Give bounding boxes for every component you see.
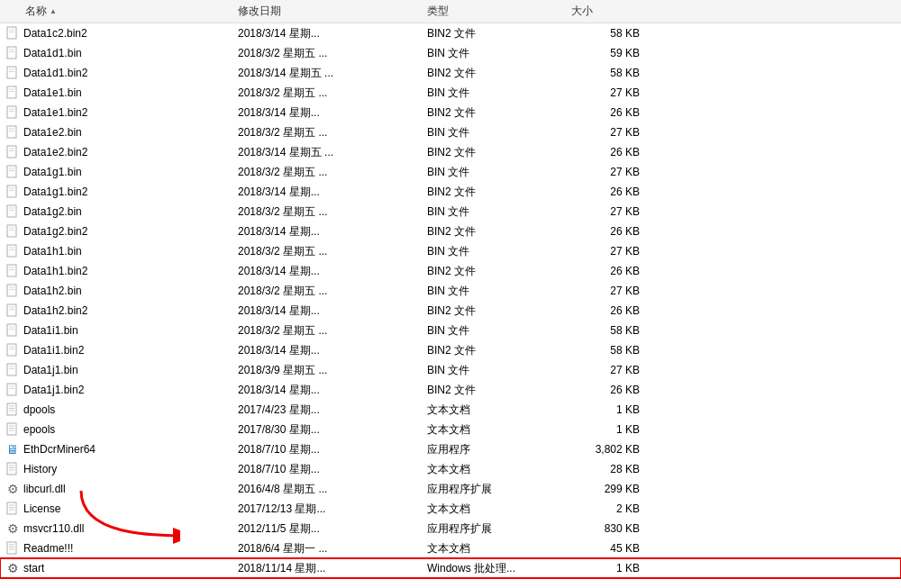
- svg-rect-36: [7, 265, 16, 276]
- file-size-cell: 1 KB: [568, 423, 658, 436]
- file-size-cell: 26 KB: [568, 225, 658, 238]
- svg-rect-30: [7, 225, 16, 237]
- file-name-text: Data1h2.bin: [23, 285, 82, 297]
- svg-rect-48: [7, 344, 16, 356]
- table-row[interactable]: dpools 2017/4/23 星期... 文本文档 1 KB: [0, 400, 901, 420]
- file-date-cell: 2018/3/14 星期...: [234, 224, 423, 240]
- file-name-text: History: [23, 463, 57, 475]
- table-row[interactable]: ⚙ msvcr110.dll 2012/11/5 星期... 应用程序扩展 83…: [0, 519, 901, 538]
- table-row[interactable]: Data1g2.bin2 2018/3/14 星期... BIN2 文件 26 …: [0, 222, 901, 241]
- table-row[interactable]: ⚙ start 2018/11/14 星期... Windows 批处理... …: [0, 558, 901, 578]
- table-row[interactable]: Data1e2.bin2 2018/3/14 星期五 ... BIN2 文件 2…: [0, 142, 901, 162]
- svg-rect-3: [7, 47, 16, 59]
- file-date-cell: 2012/11/5 星期...: [234, 521, 423, 537]
- file-date-cell: 2018/3/14 星期...: [234, 343, 423, 358]
- file-icon: [5, 66, 20, 80]
- table-row[interactable]: Data1g1.bin 2018/3/2 星期五 ... BIN 文件 27 K…: [0, 162, 901, 182]
- table-row[interactable]: Data1c2.bin2 2018/3/14 星期... BIN2 文件 58 …: [0, 23, 901, 43]
- header-col-type[interactable]: 类型: [423, 4, 568, 19]
- file-size-cell: 26 KB: [568, 384, 658, 396]
- file-type-cell: 文本文档: [423, 502, 568, 517]
- file-icon: [5, 264, 20, 278]
- table-row[interactable]: License 2017/12/13 星期... 文本文档 2 KB: [0, 499, 901, 519]
- file-type-cell: BIN2 文件: [423, 224, 568, 240]
- file-icon: [5, 185, 20, 199]
- file-date-cell: 2018/3/14 星期...: [234, 303, 423, 319]
- file-list[interactable]: Data1c2.bin2 2018/3/14 星期... BIN2 文件 58 …: [0, 23, 901, 588]
- file-name-text: Readme!!!: [23, 542, 73, 555]
- file-date-cell: 2018/3/2 星期五 ...: [234, 125, 423, 140]
- file-date-cell: 2018/3/2 星期五 ...: [234, 323, 423, 339]
- svg-rect-6: [7, 67, 16, 78]
- file-date-cell: 2017/4/23 星期...: [234, 403, 423, 418]
- file-size-cell: 45 KB: [568, 542, 658, 555]
- table-row[interactable]: Data1g2.bin 2018/3/2 星期五 ... BIN 文件 27 K…: [0, 202, 901, 222]
- table-row[interactable]: History 2018/7/10 星期... 文本文档 28 KB: [0, 459, 901, 479]
- file-name-cell: Data1e2.bin: [0, 125, 234, 140]
- file-icon-bin: [6, 264, 19, 278]
- file-type-cell: BIN 文件: [423, 204, 568, 220]
- file-icon-bin: [6, 284, 19, 298]
- file-icon: [5, 502, 20, 516]
- file-type-cell: BIN2 文件: [423, 145, 568, 160]
- file-icon-bat: ⚙: [7, 561, 19, 575]
- table-row[interactable]: Data1h2.bin2 2018/3/14 星期... BIN2 文件 26 …: [0, 301, 901, 321]
- file-size-cell: 26 KB: [568, 146, 658, 158]
- table-row[interactable]: Data1e1.bin 2018/3/2 星期五 ... BIN 文件 27 K…: [0, 83, 901, 103]
- file-icon: ⚙: [5, 561, 20, 575]
- svg-rect-51: [7, 364, 16, 375]
- file-name-cell: Data1h2.bin: [0, 284, 234, 298]
- file-icon-txt: [6, 541, 19, 556]
- file-name-cell: Data1d1.bin2: [0, 66, 234, 80]
- table-row[interactable]: Data1i1.bin2 2018/3/14 星期... BIN2 文件 58 …: [0, 340, 901, 360]
- table-row[interactable]: Data1e2.bin 2018/3/2 星期五 ... BIN 文件 27 K…: [0, 122, 901, 142]
- table-row[interactable]: Data1i1.bin 2018/3/2 星期五 ... BIN 文件 58 K…: [0, 321, 901, 340]
- svg-rect-61: [7, 423, 16, 435]
- table-row[interactable]: Data1e1.bin2 2018/3/14 星期... BIN2 文件 26 …: [0, 103, 901, 122]
- file-name-text: Data1j1.bin2: [23, 384, 84, 396]
- file-size-cell: 58 KB: [568, 27, 658, 40]
- table-row[interactable]: Readme!!! 2018/6/4 星期一 ... 文本文档 45 KB: [0, 538, 901, 558]
- table-row[interactable]: ⚙ libcurl.dll 2016/4/8 星期五 ... 应用程序扩展 29…: [0, 479, 901, 499]
- file-name-cell: Readme!!!: [0, 541, 234, 556]
- file-type-cell: 应用程序扩展: [423, 482, 568, 497]
- file-name-text: Data1g2.bin: [23, 205, 82, 218]
- file-date-cell: 2018/3/14 星期...: [234, 264, 423, 279]
- sort-arrow-icon: ▲: [50, 7, 57, 15]
- file-size-cell: 26 KB: [568, 185, 658, 198]
- file-type-cell: 文本文档: [423, 403, 568, 418]
- file-icon-bin: [6, 185, 19, 199]
- header-col-size[interactable]: 大小: [568, 4, 658, 19]
- svg-rect-21: [7, 166, 16, 177]
- file-icon-txt: [6, 502, 19, 516]
- file-date-cell: 2018/3/2 星期五 ...: [234, 244, 423, 259]
- file-date-cell: 2018/3/2 星期五 ...: [234, 284, 423, 299]
- header-col-date[interactable]: 修改日期: [234, 4, 423, 19]
- file-type-cell: BIN 文件: [423, 165, 568, 180]
- table-row[interactable]: Data1h1.bin 2018/3/2 星期五 ... BIN 文件 27 K…: [0, 241, 901, 261]
- file-icon: [5, 145, 20, 159]
- table-row[interactable]: Data1j1.bin 2018/3/9 星期五 ... BIN 文件 27 K…: [0, 360, 901, 380]
- file-icon-bin: [6, 165, 19, 179]
- file-type-cell: BIN 文件: [423, 125, 568, 140]
- table-row[interactable]: Data1j1.bin2 2018/3/14 星期... BIN2 文件 26 …: [0, 380, 901, 400]
- file-icon: [5, 86, 20, 100]
- svg-rect-57: [7, 403, 16, 415]
- table-row[interactable]: Data1h1.bin2 2018/3/14 星期... BIN2 文件 26 …: [0, 261, 901, 281]
- file-name-text: Data1i1.bin: [23, 324, 78, 337]
- table-row[interactable]: epools 2017/8/30 星期... 文本文档 1 KB: [0, 420, 901, 439]
- svg-rect-73: [7, 542, 16, 554]
- file-name-cell: History: [0, 462, 234, 476]
- file-name-text: Data1d1.bin: [23, 47, 82, 59]
- header-col-name[interactable]: 名称 ▲: [0, 4, 234, 19]
- table-row[interactable]: Data1h2.bin 2018/3/2 星期五 ... BIN 文件 27 K…: [0, 281, 901, 301]
- table-row[interactable]: 🖥 EthDcrMiner64 2018/7/10 星期... 应用程序 3,8…: [0, 439, 901, 459]
- file-date-cell: 2018/3/2 星期五 ...: [234, 86, 423, 101]
- file-icon: [5, 165, 20, 179]
- table-row[interactable]: Data1d1.bin 2018/3/2 星期五 ... BIN 文件 59 K…: [0, 43, 901, 63]
- table-row[interactable]: Data1g1.bin2 2018/3/14 星期... BIN2 文件 26 …: [0, 182, 901, 202]
- file-size-cell: 27 KB: [568, 86, 658, 99]
- svg-rect-65: [7, 463, 16, 475]
- file-size-cell: 26 KB: [568, 265, 658, 277]
- table-row[interactable]: Data1d1.bin2 2018/3/14 星期五 ... BIN2 文件 5…: [0, 63, 901, 83]
